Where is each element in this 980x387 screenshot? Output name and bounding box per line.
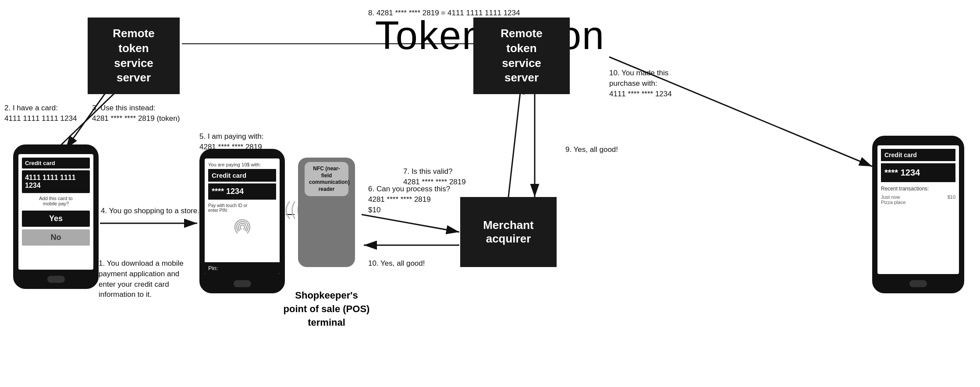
left-card-header: Credit card <box>22 158 90 169</box>
touch-id-text: Pay with touch ID or enter PIN: <box>208 203 276 213</box>
transaction-row: Just now Pizza place $10 <box>881 194 955 205</box>
step4-annotation: 4. You go shopping to a store. <box>101 206 199 216</box>
step9-annotation: 9. Yes, all good! <box>565 144 618 155</box>
nfc-body: NFC (near-field communication) reader <box>298 158 355 267</box>
step6-annotation: 6. Can you process this? 4281 **** **** … <box>368 184 456 215</box>
left-add-card-text: Add this card to mobile pay? <box>22 196 90 206</box>
middle-card-label: Credit card <box>208 169 276 182</box>
middle-phone: You are paying 10$ with: Credit card ***… <box>199 149 285 293</box>
merchant-acquirer-box: Merchant acquirer <box>460 197 557 267</box>
right-card-number: **** 1234 <box>881 163 955 182</box>
recent-transactions-label: Recent transactions: <box>881 186 955 192</box>
step10a-annotation: 10. Yes, all good! <box>368 258 425 269</box>
right-phone-screen: Credit card **** 1234 Recent transaction… <box>877 145 959 274</box>
step1-annotation: 1. You download a mobile payment applica… <box>99 258 195 300</box>
right-phone-home-button <box>909 280 927 287</box>
yes-button[interactable]: Yes <box>22 211 90 227</box>
pin-label: Pin: <box>205 262 280 274</box>
remote-token-server-left: Remote token service server <box>88 18 180 94</box>
left-card-number: 4111 1111 1111 1234 <box>22 170 90 193</box>
paying-text: You are paying 10$ with: <box>208 162 276 167</box>
step7-annotation: 7. Is this valid? 4281 **** **** 2819 <box>403 166 491 187</box>
left-phone-screen: Credit card 4111 1111 1111 1234 Add this… <box>18 154 93 270</box>
left-phone: Credit card 4111 1111 1111 1234 Add this… <box>13 144 99 289</box>
step10b-annotation: 10. You made this purchase with: 4111 **… <box>609 68 706 99</box>
step5-annotation: 5. I am paying with: 4281 **** **** 2819 <box>199 131 263 152</box>
step8-annotation: 8. 4281 **** **** 2819 = 4111 1111 1111 … <box>368 8 520 18</box>
remote-token-server-right: Remote token service server <box>473 18 570 94</box>
svg-line-6 <box>362 215 459 232</box>
right-phone: Credit card **** 1234 Recent transaction… <box>872 136 964 293</box>
transaction-time-place: Just now Pizza place <box>881 194 905 205</box>
nfc-terminal: NFC (near-field communication) reader <box>294 149 359 276</box>
step3-annotation: 3. Use this instead: 4281 **** **** 2819… <box>92 103 180 124</box>
nfc-bubble: NFC (near-field communication) reader <box>305 162 348 196</box>
svg-line-8 <box>508 81 522 197</box>
left-phone-home-button <box>47 276 65 283</box>
step2-annotation: 2. I have a card: 4111 1111 1111 1234 <box>4 103 77 124</box>
middle-phone-screen: You are paying 10$ with: Credit card ***… <box>205 158 280 274</box>
middle-masked-number: **** 1234 <box>208 183 276 200</box>
shopkeeper-label: Shopkeeper's point of sale (POS) termina… <box>283 289 370 329</box>
transaction-amount: $10 <box>948 194 955 205</box>
fingerprint-icon <box>208 216 276 242</box>
right-card-header: Credit card <box>881 149 955 161</box>
no-button[interactable]: No <box>22 229 90 246</box>
middle-phone-home-button <box>234 280 251 287</box>
